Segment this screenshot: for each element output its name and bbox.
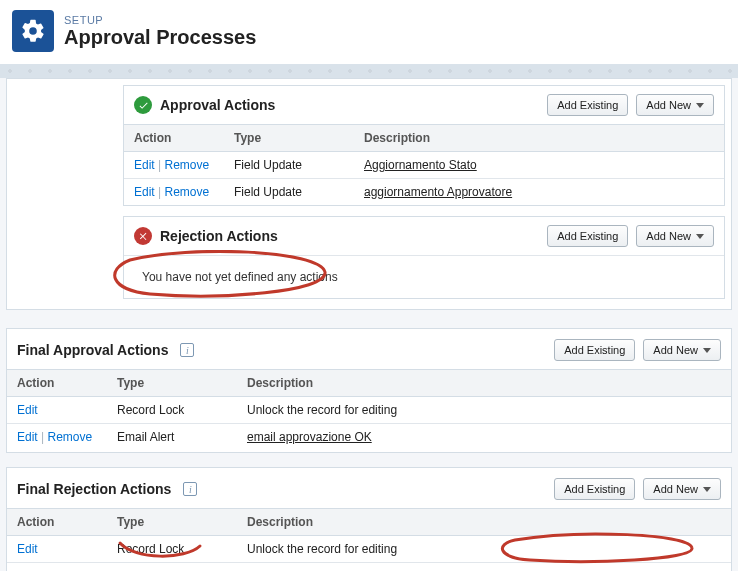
final-approval-table: Action Type Description Edit Record Lock… <box>7 369 731 450</box>
col-description: Description <box>237 509 731 536</box>
table-row: Edit | Remove Field Update aggiornamento… <box>124 179 724 206</box>
add-new-button[interactable]: Add New <box>636 94 714 116</box>
table-row: Edit | Remove Email Alert email approvaz… <box>7 424 731 451</box>
col-action: Action <box>124 125 224 152</box>
type-cell: Record Lock <box>107 397 237 424</box>
add-new-button[interactable]: Add New <box>643 339 721 361</box>
table-row: Edit Record Lock Unlock the record for e… <box>7 536 731 563</box>
info-icon[interactable]: i <box>183 482 197 496</box>
empty-message: You have not yet defined any actions <box>124 255 724 298</box>
final-rejection-table: Action Type Description Edit Record Lock… <box>7 508 731 571</box>
page-header: SETUP Approval Processes <box>0 0 738 64</box>
decor-band <box>0 64 738 78</box>
add-new-button[interactable]: Add New <box>643 478 721 500</box>
description-cell: Unlock the record for editing <box>237 536 731 563</box>
edit-link[interactable]: Edit <box>134 158 155 172</box>
final-approval-section: Final Approval Actions i Add Existing Ad… <box>6 328 732 453</box>
add-existing-button[interactable]: Add Existing <box>547 94 628 116</box>
rejection-actions-section: Rejection Actions Add Existing Add New Y… <box>123 216 725 299</box>
section-title: Final Rejection Actions <box>17 481 171 497</box>
final-rejection-section: Final Rejection Actions i Add Existing A… <box>6 467 732 571</box>
chevron-down-icon <box>696 103 704 108</box>
section-title: Rejection Actions <box>160 228 278 244</box>
eyebrow: SETUP <box>64 14 256 26</box>
page-title: Approval Processes <box>64 26 256 49</box>
description-cell: Unlock the record for editing <box>237 397 731 424</box>
type-cell: Field Update <box>224 179 354 206</box>
chevron-down-icon <box>696 234 704 239</box>
chevron-down-icon <box>703 487 711 492</box>
gear-icon <box>12 10 54 52</box>
approval-actions-section: Approval Actions Add Existing Add New Ac… <box>123 85 725 206</box>
col-description: Description <box>354 125 724 152</box>
col-action: Action <box>7 370 107 397</box>
table-row: Edit Record Lock Unlock the record for e… <box>7 397 731 424</box>
step-panel: Approval Actions Add Existing Add New Ac… <box>6 78 732 310</box>
info-icon[interactable]: i <box>180 343 194 357</box>
edit-link[interactable]: Edit <box>17 430 38 444</box>
add-existing-button[interactable]: Add Existing <box>554 478 635 500</box>
section-title: Final Approval Actions <box>17 342 168 358</box>
col-type: Type <box>224 125 354 152</box>
approval-actions-table: Action Type Description Edit | Remove Fi… <box>124 124 724 205</box>
type-cell: Field Update <box>224 152 354 179</box>
type-cell: Email Alert <box>107 424 237 451</box>
add-existing-button[interactable]: Add Existing <box>547 225 628 247</box>
edit-link[interactable]: Edit <box>17 403 38 417</box>
edit-link[interactable]: Edit <box>17 542 38 556</box>
remove-link[interactable]: Remove <box>48 430 93 444</box>
remove-link[interactable]: Remove <box>165 158 210 172</box>
table-row: Edit | Remove Field Update Aggiornamento… <box>124 152 724 179</box>
add-existing-button[interactable]: Add Existing <box>554 339 635 361</box>
remove-link[interactable]: Remove <box>165 185 210 199</box>
type-cell: Email Alert <box>107 563 237 572</box>
description-link[interactable]: email approvazione OK <box>247 430 372 444</box>
add-new-button[interactable]: Add New <box>636 225 714 247</box>
col-description: Description <box>237 370 731 397</box>
col-type: Type <box>107 509 237 536</box>
chevron-down-icon <box>703 348 711 353</box>
type-cell: Record Lock <box>107 536 237 563</box>
x-icon <box>134 227 152 245</box>
col-action: Action <box>7 509 107 536</box>
table-row: Edit | Remove Email Alert email approvaz… <box>7 563 731 572</box>
check-icon <box>134 96 152 114</box>
description-link[interactable]: aggiornamento Approvatore <box>364 185 512 199</box>
description-link[interactable]: Aggiornamento Stato <box>364 158 477 172</box>
edit-link[interactable]: Edit <box>134 185 155 199</box>
section-title: Approval Actions <box>160 97 275 113</box>
col-type: Type <box>107 370 237 397</box>
